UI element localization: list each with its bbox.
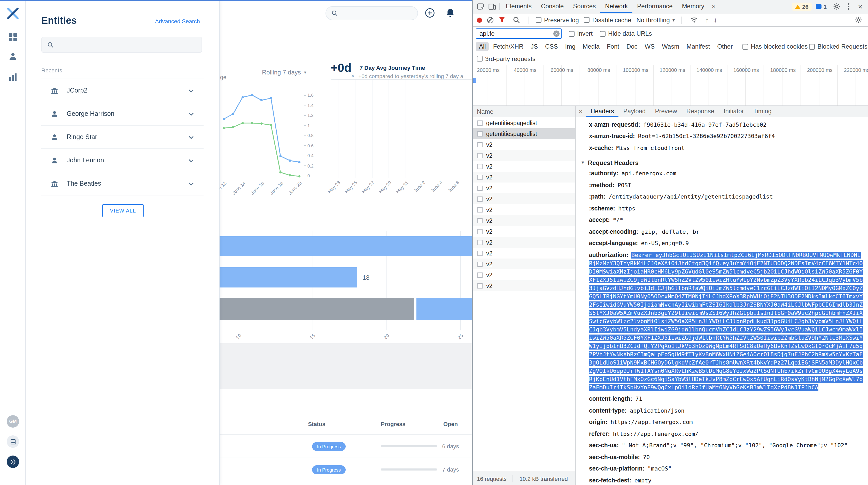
hide-data-urls-checkbox[interactable]: Hide data URLs bbox=[600, 30, 652, 37]
resource-type-chip[interactable]: Doc bbox=[623, 42, 641, 51]
dismiss-icon[interactable]: ✕ bbox=[351, 74, 355, 79]
network-request-row[interactable]: v2 bbox=[473, 280, 575, 291]
resource-type-chip[interactable]: Other bbox=[714, 42, 736, 51]
entity-list-item[interactable]: The Beatles bbox=[41, 172, 204, 195]
resource-type-chip[interactable]: Media bbox=[580, 42, 603, 51]
network-request-row[interactable]: v2 bbox=[473, 139, 575, 150]
resource-type-chip[interactable]: All bbox=[476, 42, 489, 51]
entity-list-item[interactable]: Ringo Star bbox=[41, 126, 204, 149]
entities-nav-icon[interactable] bbox=[8, 52, 18, 61]
table-row[interactable]: In Progress 7 days bbox=[220, 458, 472, 481]
devtools-tab[interactable]: Sources bbox=[568, 0, 600, 13]
disable-cache-checkbox[interactable]: Disable cache bbox=[584, 16, 631, 24]
network-request-row[interactable]: v2 bbox=[473, 215, 575, 226]
blocked-requests-checkbox[interactable]: Blocked Requests bbox=[809, 43, 867, 50]
device-toolbar-icon[interactable] bbox=[486, 0, 498, 13]
global-search-box[interactable] bbox=[326, 6, 418, 20]
network-request-row[interactable]: v2 bbox=[473, 259, 575, 269]
detail-tab[interactable]: Timing bbox=[749, 106, 776, 117]
view-all-button[interactable]: VIEW ALL bbox=[102, 204, 144, 217]
clear-network-log-icon[interactable] bbox=[487, 17, 493, 23]
chevron-down-icon: ▾ bbox=[304, 70, 306, 75]
chevron-down-icon[interactable] bbox=[188, 89, 194, 93]
has-blocked-cookies-checkbox[interactable]: Has blocked cookies bbox=[742, 43, 808, 50]
search-network-icon[interactable] bbox=[510, 16, 522, 24]
global-search-input[interactable] bbox=[342, 9, 422, 17]
help-icon[interactable] bbox=[7, 435, 19, 448]
app-logo[interactable] bbox=[6, 7, 20, 20]
detail-tab[interactable]: Initiator bbox=[719, 106, 749, 117]
inspect-element-icon[interactable] bbox=[475, 0, 486, 13]
network-request-row[interactable]: v2 bbox=[473, 172, 575, 182]
detail-tab[interactable]: Headers bbox=[586, 106, 619, 117]
resource-type-chip[interactable]: Fetch/XHR bbox=[490, 42, 526, 51]
detail-tab[interactable]: Response bbox=[682, 106, 719, 117]
dashboard-icon[interactable] bbox=[8, 33, 18, 42]
reports-nav-icon[interactable] bbox=[8, 73, 18, 82]
network-request-row[interactable]: getentitiespagedlist bbox=[473, 117, 575, 128]
third-party-requests-checkbox[interactable]: 3rd-party requests bbox=[477, 55, 535, 62]
clear-filter-icon[interactable]: × bbox=[553, 30, 560, 37]
network-request-row[interactable]: v2 bbox=[473, 269, 575, 280]
devtools-tab[interactable]: Memory bbox=[677, 0, 709, 13]
resource-type-chip[interactable]: JS bbox=[528, 42, 541, 51]
resource-type-chip[interactable]: Wasm bbox=[659, 42, 682, 51]
devtools-tab[interactable]: Performance bbox=[632, 0, 677, 13]
export-har-icon[interactable]: ↓ bbox=[714, 16, 717, 24]
chevron-down-icon[interactable] bbox=[188, 159, 194, 163]
record-network-log-icon[interactable] bbox=[477, 17, 482, 23]
notifications-bell-icon[interactable] bbox=[445, 8, 455, 18]
add-new-icon[interactable] bbox=[425, 8, 435, 18]
chevron-down-icon[interactable] bbox=[188, 182, 194, 186]
name-column-header[interactable]: Name bbox=[473, 106, 575, 117]
devtools-menu-icon[interactable] bbox=[844, 3, 852, 10]
network-settings-gear-icon[interactable] bbox=[852, 16, 864, 24]
avatar[interactable]: GM bbox=[7, 415, 19, 428]
detail-tab[interactable]: Payload bbox=[619, 106, 650, 117]
request-headers-section[interactable]: ▼ Request Headers bbox=[576, 158, 868, 168]
network-overview-timeline[interactable]: 20000 ms40000 ms60000 ms80000 ms100000 m… bbox=[473, 65, 868, 106]
devtools-close-icon[interactable]: × bbox=[855, 2, 866, 11]
rolling-period-select[interactable]: Rolling 7 days▾ bbox=[262, 69, 306, 76]
filter-icon[interactable] bbox=[499, 17, 505, 23]
devtools-tab[interactable]: Elements bbox=[501, 0, 536, 13]
resource-type-chip[interactable]: Manifest bbox=[683, 42, 713, 51]
network-filter-input[interactable] bbox=[476, 28, 562, 39]
more-tabs-icon[interactable]: » bbox=[709, 0, 718, 13]
resource-type-chip[interactable]: Font bbox=[604, 42, 622, 51]
entities-search-box[interactable] bbox=[41, 37, 202, 53]
issues-warning-badge[interactable]: 26 bbox=[792, 2, 812, 10]
preserve-log-checkbox[interactable]: Preserve log bbox=[536, 16, 579, 24]
table-row[interactable]: In Progress 6 days bbox=[220, 434, 472, 458]
invert-checkbox[interactable]: Invert bbox=[569, 30, 593, 37]
entities-search-input[interactable] bbox=[58, 41, 196, 48]
entity-list-item[interactable]: JCorp2 bbox=[41, 79, 204, 103]
entity-list-item[interactable]: George Harrison bbox=[41, 103, 204, 126]
network-request-row[interactable]: v2 bbox=[473, 226, 575, 237]
chevron-down-icon[interactable] bbox=[188, 136, 194, 140]
network-request-row[interactable]: v2 bbox=[473, 182, 575, 193]
detail-tab[interactable]: Preview bbox=[650, 106, 681, 117]
network-request-row[interactable]: getentitiespagedlist bbox=[473, 128, 575, 139]
network-request-row[interactable]: v2 bbox=[473, 193, 575, 204]
close-detail-icon[interactable]: × bbox=[576, 106, 586, 117]
network-conditions-icon[interactable] bbox=[689, 16, 700, 24]
settings-icon[interactable] bbox=[7, 456, 19, 468]
advanced-search-link[interactable]: Advanced Search bbox=[155, 18, 200, 24]
resource-type-chip[interactable]: WS bbox=[642, 42, 658, 51]
network-request-row[interactable]: v2 bbox=[473, 204, 575, 215]
network-request-row[interactable]: v2 bbox=[473, 150, 575, 161]
resource-type-chip[interactable]: CSS bbox=[542, 42, 561, 51]
console-messages-badge[interactable]: 1 bbox=[814, 2, 829, 10]
network-request-row[interactable]: v2 bbox=[473, 161, 575, 172]
throttling-select[interactable]: No throttling▾ bbox=[637, 16, 675, 24]
network-request-row[interactable]: v2 bbox=[473, 237, 575, 248]
resource-type-chip[interactable]: Img bbox=[562, 42, 579, 51]
import-har-icon[interactable]: ↑ bbox=[705, 16, 709, 24]
devtools-settings-gear-icon[interactable] bbox=[831, 3, 842, 10]
entity-list-item[interactable]: John Lennon bbox=[41, 149, 204, 172]
network-request-row[interactable]: v2 bbox=[473, 248, 575, 259]
devtools-tab[interactable]: Network bbox=[600, 0, 632, 13]
devtools-tab[interactable]: Console bbox=[536, 0, 568, 13]
chevron-down-icon[interactable] bbox=[188, 112, 194, 116]
